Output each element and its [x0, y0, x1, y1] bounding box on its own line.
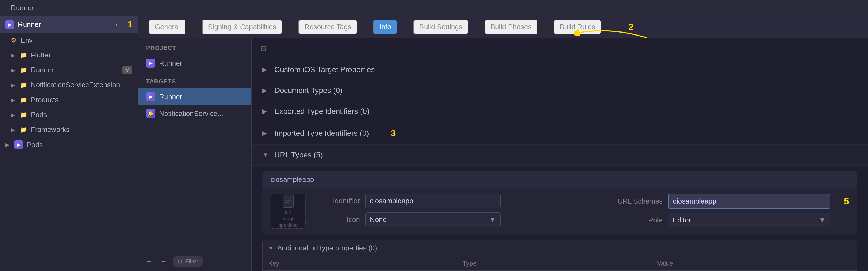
url-types-title: URL Types (5) — [274, 151, 323, 159]
pods-root-icon: ▶ — [14, 140, 23, 149]
annotation-3: 3 — [391, 128, 396, 138]
additional-props-title: Additional url type properties (0) — [277, 244, 377, 252]
sidebar-item-flutter-label: Flutter — [31, 51, 51, 59]
tab-resource-tags[interactable]: Resource Tags — [299, 20, 357, 34]
sidebar-item-products[interactable]: ▶ 📁 Products — [0, 92, 138, 107]
exported-type-chevron: ▶ — [262, 108, 269, 115]
sidebar-item-frameworks[interactable]: ▶ 📁 Frameworks — [0, 122, 138, 137]
tab-general[interactable]: General — [149, 20, 186, 34]
runner-group-arrow: ▶ — [11, 67, 15, 74]
panel-target-runner-icon: ▶ — [146, 92, 155, 101]
editor-toolbar: ⊟ — [252, 38, 868, 59]
tab-bar: General Signing & Capabilities Resource … — [138, 16, 868, 38]
sidebar-item-products-label: Products — [31, 96, 59, 104]
sidebar-item-frameworks-label: Frameworks — [31, 126, 69, 134]
annotation-area-2: 2 — [628, 22, 633, 32]
split-content: PROJECT ▶ Runner TARGETS ▶ Runner 🔔 Noti… — [138, 38, 868, 271]
sidebar-item-runner-group[interactable]: ▶ 📁 Runner M — [0, 62, 138, 78]
sidebar-item-pods-root[interactable]: ▶ ▶ Pods — [0, 137, 138, 152]
role-label: Role — [603, 216, 663, 224]
col-key-header: Key — [268, 260, 463, 267]
pods-root-arrow: ▶ — [5, 141, 9, 148]
role-dropdown-arrow: ▼ — [819, 216, 826, 224]
col-value-header: Value — [657, 260, 851, 267]
pods-arrow: ▶ — [11, 112, 15, 118]
url-schemes-row: URL Schemes 5 — [603, 194, 849, 209]
sidebar-item-flutter[interactable]: ▶ 📁 Flutter — [0, 48, 138, 62]
content-area: General Signing & Capabilities Resource … — [138, 16, 868, 271]
section-url-types[interactable]: ▼ URL Types (5) — [252, 145, 868, 166]
identifier-row: Identifier — [317, 194, 592, 208]
sidebar-item-pods-root-label: Pods — [27, 141, 43, 149]
icon-label: Icon — [317, 215, 360, 224]
title-bar: Runner — [0, 0, 868, 16]
notification-folder-icon: 📁 — [20, 82, 27, 89]
env-icon: ⚙ — [11, 36, 17, 44]
targets-section-title: TARGETS — [138, 72, 251, 88]
custom-ios-title: Custom iOS Target Properties — [274, 65, 375, 74]
annotation-1: 1 — [127, 20, 132, 30]
url-entry-form: Noimagespecified Identifier Ic — [262, 188, 857, 235]
no-image-text: Noimagespecified — [278, 210, 298, 228]
panel-runner-icon: ▶ — [146, 58, 155, 68]
frameworks-folder-icon: 📁 — [20, 126, 27, 133]
sidebar-item-pods-label: Pods — [31, 111, 47, 119]
sidebar-item-pods[interactable]: ▶ 📁 Pods — [0, 107, 138, 122]
section-document-types[interactable]: ▶ Document Types (0) — [252, 80, 868, 101]
sidebar-item-runner-label: Runner — [18, 20, 41, 29]
sidebar-item-notification-label: NotificationServiceExtension — [31, 81, 120, 89]
url-schemes-input[interactable] — [668, 194, 830, 209]
sidebar-item-runner[interactable]: ▶ Runner ← 1 — [0, 16, 138, 33]
panel-target-notification[interactable]: 🔔 NotificationService... — [138, 105, 251, 122]
tab-info[interactable]: Info — [373, 20, 397, 34]
role-dropdown[interactable]: Editor ▼ — [668, 213, 830, 227]
url-types-section: ciosampleapp — [252, 171, 868, 271]
app-container: Runner ▶ Runner ← 1 ⚙ Env ▶ 📁 Flutter ▶ — [0, 0, 868, 271]
products-folder-icon: 📁 — [20, 97, 27, 104]
tab-build-settings[interactable]: Build Settings — [413, 20, 468, 34]
frameworks-arrow: ▶ — [11, 127, 15, 133]
editor-panel: ⊟ ▶ Custom iOS Target Properties ▶ Docum… — [252, 38, 868, 271]
sidebar: ▶ Runner ← 1 ⚙ Env ▶ 📁 Flutter ▶ 📁 Runne… — [0, 16, 138, 271]
icon-dropdown-arrow: ▼ — [489, 215, 496, 224]
pods-folder-icon: 📁 — [20, 111, 27, 118]
identifier-input[interactable] — [365, 194, 501, 208]
panel-target-notification-label: NotificationService... — [159, 109, 223, 118]
project-panel: PROJECT ▶ Runner TARGETS ▶ Runner 🔔 Noti… — [138, 38, 252, 271]
url-entry-header: ciosampleapp — [262, 171, 857, 188]
window-title: Runner — [11, 4, 34, 12]
filter-pill[interactable]: ⊙ Filter — [173, 256, 203, 267]
document-types-chevron: ▶ — [262, 87, 269, 94]
filter-label: Filter — [185, 258, 198, 265]
remove-target-button[interactable]: − — [158, 256, 169, 267]
filter-icon: ⊙ — [178, 258, 182, 265]
sidebar-item-notification[interactable]: ▶ 📁 NotificationServiceExtension — [0, 78, 138, 92]
url-left-fields: Identifier Icon None ▼ — [317, 194, 592, 229]
toggle-sidebar-button[interactable]: ⊟ — [257, 42, 271, 55]
section-exported-type[interactable]: ▶ Exported Type Identifiers (0) — [252, 101, 868, 122]
no-image-icon — [281, 194, 295, 208]
tab-build-phases[interactable]: Build Phases — [485, 20, 538, 34]
section-custom-ios[interactable]: ▶ Custom iOS Target Properties — [252, 59, 868, 80]
url-right-fields: URL Schemes 5 Role Editor — [603, 194, 849, 229]
main-layout: ▶ Runner ← 1 ⚙ Env ▶ 📁 Flutter ▶ 📁 Runne… — [0, 16, 868, 271]
flutter-arrow: ▶ — [11, 52, 15, 58]
additional-props-header[interactable]: ▼ Additional url type properties (0) — [263, 240, 857, 256]
sidebar-item-env[interactable]: ⚙ Env — [0, 33, 138, 48]
url-entry: ciosampleapp — [262, 171, 857, 235]
flutter-folder-icon: 📁 — [20, 52, 27, 59]
icon-dropdown[interactable]: None ▼ — [365, 213, 501, 227]
identifier-label: Identifier — [317, 197, 360, 205]
panel-target-notif-icon: 🔔 — [146, 109, 155, 118]
tab-signing[interactable]: Signing & Capabilities — [202, 20, 282, 34]
panel-target-runner-label: Runner — [159, 93, 182, 101]
col-type-header: Type — [463, 260, 657, 267]
section-imported-type[interactable]: ▶ Imported Type Identifiers (0) 3 — [252, 122, 868, 145]
panel-project-runner[interactable]: ▶ Runner — [138, 55, 251, 72]
add-target-button[interactable]: + — [144, 256, 154, 267]
imported-type-title: Imported Type Identifiers (0) — [274, 129, 369, 138]
role-dropdown-value: Editor — [673, 216, 691, 224]
url-icon-box: Noimagespecified — [271, 194, 306, 229]
panel-target-runner[interactable]: ▶ Runner — [138, 88, 251, 105]
annotation-5: 5 — [844, 196, 849, 207]
